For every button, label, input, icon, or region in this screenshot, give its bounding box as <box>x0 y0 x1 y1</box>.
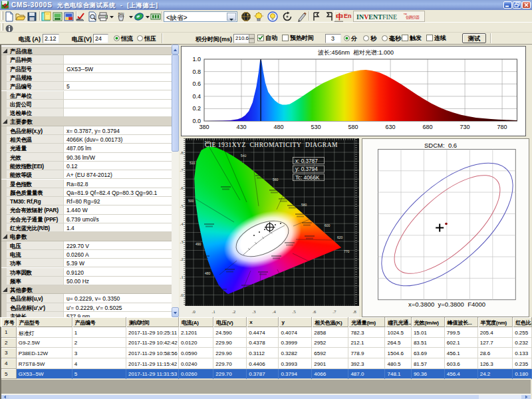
svg-text:.4: .4 <box>272 309 276 315</box>
svg-text:480: 480 <box>273 124 283 130</box>
svg-text:.4: .4 <box>180 221 184 227</box>
svg-text:.2: .2 <box>232 309 236 315</box>
svg-text:.1: .1 <box>180 275 184 280</box>
svg-text:.2: .2 <box>180 257 184 262</box>
svg-text:520: 520 <box>205 140 211 144</box>
svg-text:.3: .3 <box>180 239 184 245</box>
svg-text:.6: .6 <box>180 186 184 191</box>
svg-text:620: 620 <box>337 235 343 239</box>
svg-text:.7: .7 <box>332 309 336 315</box>
svg-text:580: 580 <box>301 203 307 207</box>
svg-text:780: 780 <box>497 124 507 130</box>
svg-text:Tc: 4066K: Tc: 4066K <box>295 175 320 181</box>
svg-text:510: 510 <box>190 161 196 165</box>
svg-text:.0: .0 <box>180 293 184 298</box>
svg-text:480: 480 <box>205 271 211 275</box>
svg-text:.3: .3 <box>252 309 256 315</box>
svg-text:0.6: 0.6 <box>192 80 201 87</box>
svg-text:730: 730 <box>460 124 470 130</box>
svg-text:680: 680 <box>423 124 433 130</box>
svg-text:1.0: 1.0 <box>192 56 201 63</box>
svg-text:x: 0.3787: x: 0.3787 <box>295 158 318 164</box>
svg-text:490: 490 <box>196 242 201 246</box>
svg-text:.0: .0 <box>192 309 196 315</box>
svg-text:630: 630 <box>386 124 396 130</box>
svg-text:.5: .5 <box>293 309 297 315</box>
svg-text:380: 380 <box>199 124 209 130</box>
svg-text:.8: .8 <box>180 150 184 156</box>
svg-text:0.8: 0.8 <box>192 68 201 75</box>
svg-text:560: 560 <box>273 178 279 182</box>
svg-text:430: 430 <box>236 124 246 130</box>
svg-text:x=0.3800 y=0.3800 F4000: x=0.3800 y=0.3800 F4000 <box>408 301 485 308</box>
svg-text:770: 770 <box>344 249 350 253</box>
svg-text:580: 580 <box>348 124 358 130</box>
svg-text:.6: .6 <box>313 309 317 315</box>
svg-text:CIE 1931XYZ CHROMATICITY DIA: CIE 1931XYZ CHROMATICITY DIAGRAM <box>205 142 338 148</box>
svg-text:.5: .5 <box>180 203 184 209</box>
svg-text:600: 600 <box>325 223 331 227</box>
svg-text:530: 530 <box>311 124 321 130</box>
svg-text:y: 0.3794: y: 0.3794 <box>295 166 318 172</box>
svg-text:0.2: 0.2 <box>192 105 201 112</box>
svg-text:0.4: 0.4 <box>192 93 201 100</box>
svg-text:.8: .8 <box>352 309 356 315</box>
svg-text:500: 500 <box>188 199 194 203</box>
svg-text:.7: .7 <box>180 168 184 173</box>
svg-text:.1: .1 <box>212 309 216 315</box>
